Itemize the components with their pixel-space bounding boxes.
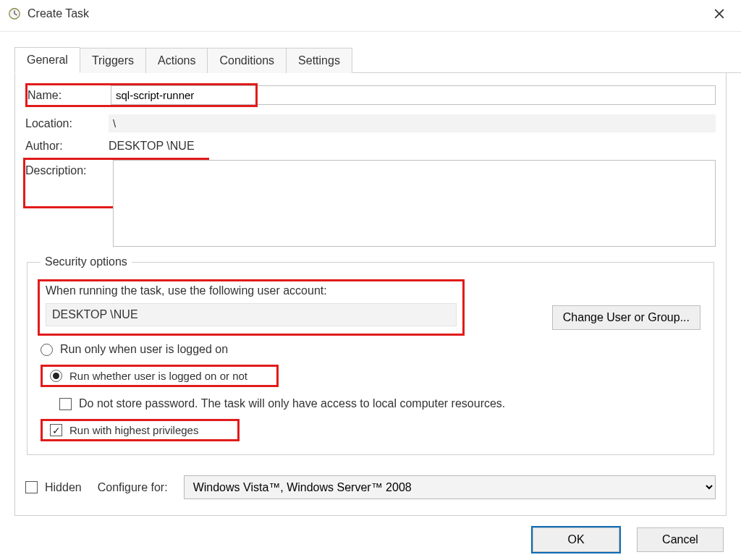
location-label: Location: <box>25 117 109 130</box>
author-value: DESKTOP \NUE <box>109 140 195 153</box>
name-input[interactable] <box>111 85 255 105</box>
ok-button[interactable]: OK <box>533 527 619 552</box>
security-account-field: DESKTOP \NUE <box>46 303 457 326</box>
row-name: Name: <box>25 83 716 107</box>
change-user-group-button[interactable]: Change User or Group... <box>552 305 700 330</box>
row-author: Author: DESKTOP \NUE <box>25 140 716 153</box>
tab-actions[interactable]: Actions <box>146 48 208 73</box>
radio-run-logged-on-or-not-label: Run whether user is logged on or not <box>69 370 247 382</box>
tab-general[interactable]: General <box>14 47 80 73</box>
row-description: Description: <box>25 160 716 247</box>
security-prompt: When running the task, use the following… <box>46 284 457 297</box>
security-legend: Security options <box>41 255 132 268</box>
radio-run-logged-on[interactable] <box>41 344 53 356</box>
security-options-group: Security options When running the task, … <box>27 255 714 455</box>
cancel-button[interactable]: Cancel <box>637 527 724 552</box>
tab-conditions[interactable]: Conditions <box>208 48 287 73</box>
author-label: Author: <box>25 140 109 153</box>
checkbox-no-store-password-label: Do not store password. The task will onl… <box>79 397 505 410</box>
dialog-button-row: OK Cancel <box>0 516 741 560</box>
clock-icon <box>7 7 22 21</box>
checkbox-no-store-password[interactable] <box>59 398 72 410</box>
radio-run-logged-on-or-not[interactable] <box>50 370 62 382</box>
close-icon <box>714 9 724 19</box>
checkbox-hidden-label: Hidden <box>45 481 82 494</box>
name-input-extend[interactable] <box>258 85 716 105</box>
tab-settings[interactable]: Settings <box>287 48 352 73</box>
checkbox-hidden[interactable] <box>25 481 38 493</box>
description-textarea[interactable] <box>113 160 716 247</box>
window-title: Create Task <box>27 7 705 20</box>
configure-for-select[interactable]: Windows Vista™, Windows Server™ 2008 <box>184 475 716 499</box>
close-button[interactable] <box>705 4 734 24</box>
name-label: Name: <box>27 89 111 102</box>
tab-triggers[interactable]: Triggers <box>80 48 146 73</box>
checkbox-highest-privileges[interactable] <box>50 424 62 436</box>
description-label: Description: <box>25 161 109 177</box>
title-bar: Create Task <box>0 0 741 32</box>
tab-panel-general: Name: Location: \ Author: DESKTOP \NUE D… <box>14 73 727 516</box>
configure-for-label: Configure for: <box>98 481 168 494</box>
tab-strip: General Triggers Actions Conditions Sett… <box>14 46 741 73</box>
location-value: \ <box>109 114 716 132</box>
checkbox-highest-privileges-label: Run with highest privileges <box>69 424 198 436</box>
footer-row: Hidden Configure for: Windows Vista™, Wi… <box>25 475 716 499</box>
row-location: Location: \ <box>25 114 716 132</box>
radio-run-logged-on-label: Run only when user is logged on <box>60 343 228 356</box>
